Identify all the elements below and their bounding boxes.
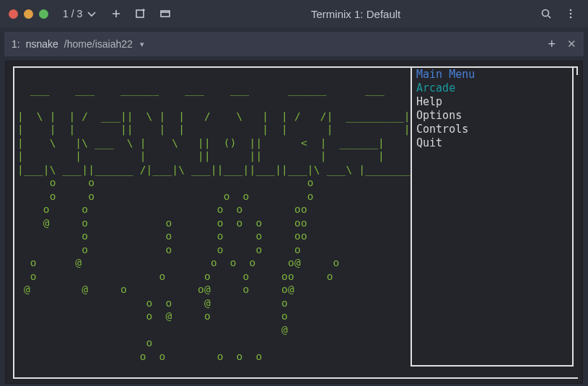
menu-item-help[interactable]: Help	[416, 95, 568, 109]
game-menu: Main Menu Arcade Help Options Controls Q…	[411, 66, 574, 367]
search-button[interactable]	[535, 3, 558, 25]
menu-item-controls[interactable]: Controls	[416, 123, 568, 136]
menu-item-selected[interactable]: Arcade	[416, 82, 568, 95]
menu-title: Main Menu	[416, 68, 568, 82]
new-terminal-button[interactable]	[129, 3, 152, 25]
close-window-icon[interactable]	[9, 9, 18, 19]
tab-process: nsnake	[26, 38, 58, 50]
close-tab-button[interactable]: ✕	[567, 38, 576, 51]
maximize-window-icon[interactable]	[39, 9, 48, 19]
page-indicator-label: 1 / 3	[63, 8, 82, 19]
add-tab-button[interactable]: +	[548, 37, 556, 52]
add-session-button[interactable]	[105, 3, 128, 25]
window-title: Terminix 1: Default	[178, 8, 533, 20]
svg-point-4	[570, 13, 572, 15]
page-indicator[interactable]: 1 / 3	[57, 3, 103, 25]
new-terminal-icon	[135, 8, 146, 19]
menu-item-options[interactable]: Options	[416, 109, 568, 123]
window-controls	[9, 9, 48, 19]
titlebar: 1 / 3 Terminix 1: Default	[0, 0, 588, 27]
layout-button[interactable]	[154, 3, 177, 25]
menu-item-quit[interactable]: Quit	[416, 136, 568, 150]
chevron-down-icon	[86, 8, 97, 19]
svg-point-5	[570, 17, 572, 19]
tab-bar: 1: nsnake /home/isaiah22 ▾ + ✕	[4, 32, 584, 56]
terminal-content: ___ ___ ______ ___ ___ ______ ___ ___ __…	[13, 66, 578, 379]
terminal-pane[interactable]: ___ ___ ______ ___ ___ ______ ___ ___ __…	[5, 61, 583, 384]
layout-icon	[159, 8, 171, 19]
menu-button[interactable]	[559, 3, 582, 25]
tab-cwd: /home/isaiah22	[64, 38, 133, 50]
kebab-icon	[565, 8, 576, 19]
minimize-window-icon[interactable]	[24, 9, 33, 19]
tab-session[interactable]: 1: nsnake /home/isaiah22 ▾	[12, 38, 548, 50]
svg-point-2	[543, 10, 549, 17]
chevron-down-icon: ▾	[140, 40, 144, 49]
svg-point-3	[570, 9, 572, 12]
plus-icon	[110, 8, 122, 19]
tab-index: 1:	[12, 38, 20, 50]
search-icon	[540, 8, 552, 19]
svg-rect-0	[136, 10, 144, 17]
